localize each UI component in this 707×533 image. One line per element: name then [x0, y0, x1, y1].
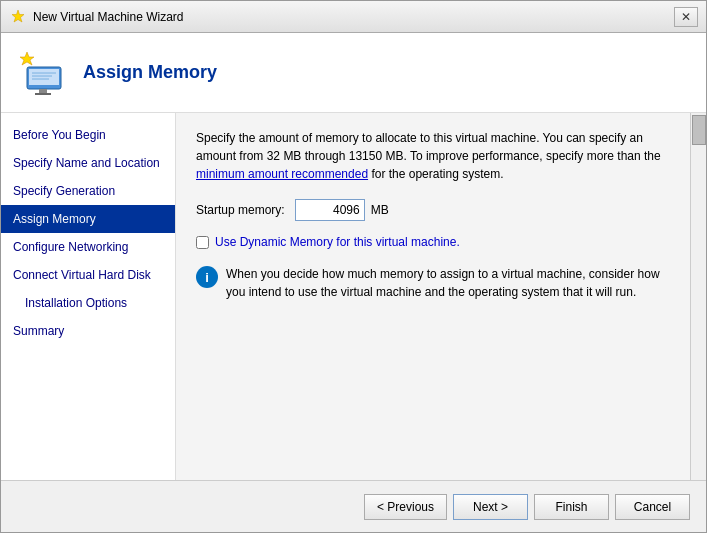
previous-button[interactable]: < Previous	[364, 494, 447, 520]
sidebar-item-specify-generation[interactable]: Specify Generation	[1, 177, 175, 205]
cancel-button[interactable]: Cancel	[615, 494, 690, 520]
wizard-window: New Virtual Machine Wizard ✕ Assign Memo…	[0, 0, 707, 533]
wizard-footer: < Previous Next > Finish Cancel	[1, 480, 706, 532]
content-description: Specify the amount of memory to allocate…	[196, 129, 670, 183]
info-icon: i	[196, 266, 218, 288]
startup-memory-label: Startup memory:	[196, 203, 285, 217]
sidebar-item-connect-virtual-hard-disk[interactable]: Connect Virtual Hard Disk	[1, 261, 175, 289]
info-box: i When you decide how much memory to ass…	[196, 261, 670, 305]
sidebar-item-summary[interactable]: Summary	[1, 317, 175, 345]
sidebar: Before You Begin Specify Name and Locati…	[1, 113, 176, 480]
sidebar-item-installation-options[interactable]: Installation Options	[1, 289, 175, 317]
svg-marker-0	[12, 10, 24, 22]
startup-memory-input[interactable]	[295, 199, 365, 221]
dynamic-memory-checkbox[interactable]	[196, 236, 209, 249]
title-bar: New Virtual Machine Wizard ✕	[1, 1, 706, 33]
sidebar-item-configure-networking[interactable]: Configure Networking	[1, 233, 175, 261]
wizard-header: Assign Memory	[1, 33, 706, 113]
startup-memory-row: Startup memory: MB	[196, 199, 670, 221]
dynamic-memory-label[interactable]: Use Dynamic Memory for this virtual mach…	[215, 235, 460, 249]
sidebar-item-before-you-begin[interactable]: Before You Begin	[1, 121, 175, 149]
next-button[interactable]: Next >	[453, 494, 528, 520]
header-title: Assign Memory	[83, 62, 217, 83]
finish-button[interactable]: Finish	[534, 494, 609, 520]
svg-rect-3	[29, 69, 59, 85]
wizard-body: Before You Begin Specify Name and Locati…	[1, 113, 706, 480]
sidebar-item-specify-name-location[interactable]: Specify Name and Location	[1, 149, 175, 177]
svg-rect-5	[35, 93, 51, 95]
title-bar-text: New Virtual Machine Wizard	[33, 10, 674, 24]
close-button[interactable]: ✕	[674, 7, 698, 27]
info-text: When you decide how much memory to assig…	[226, 265, 670, 301]
window-icon	[9, 8, 27, 26]
header-icon	[17, 47, 69, 99]
sidebar-item-assign-memory[interactable]: Assign Memory	[1, 205, 175, 233]
scrollbar-thumb[interactable]	[692, 115, 706, 145]
svg-marker-1	[20, 52, 34, 65]
svg-rect-4	[39, 89, 47, 93]
main-content: Specify the amount of memory to allocate…	[176, 113, 690, 480]
desc-text-before-link: Specify the amount of memory to allocate…	[196, 131, 661, 163]
desc-link[interactable]: minimum amount recommended	[196, 167, 368, 181]
startup-memory-unit: MB	[371, 203, 389, 217]
dynamic-memory-row: Use Dynamic Memory for this virtual mach…	[196, 235, 670, 249]
scrollbar[interactable]	[690, 113, 706, 480]
desc-text-after-link: for the operating system.	[368, 167, 503, 181]
